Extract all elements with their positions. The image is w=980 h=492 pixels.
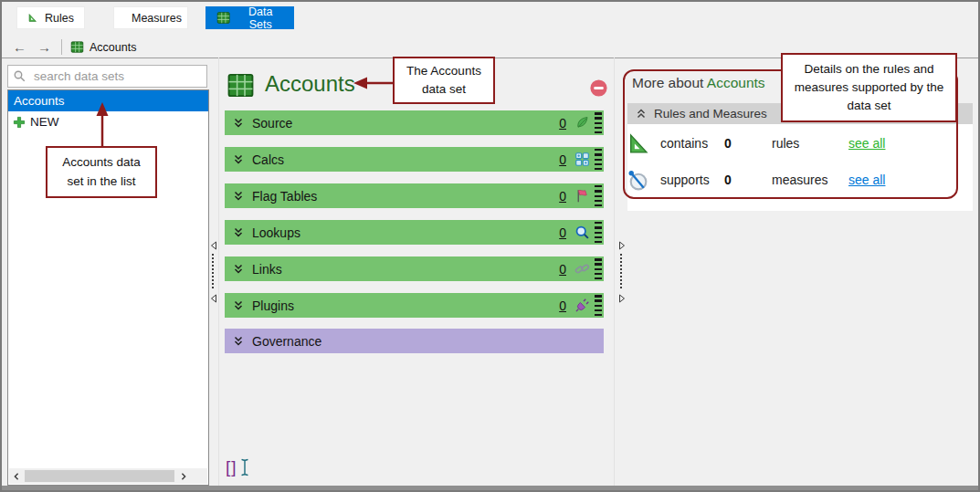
rules-summary-row: contains 0 rules see all [625,132,935,156]
tab-label: Rules [45,12,74,25]
search-icon [13,69,26,83]
lookups-count-link[interactable]: 0 [559,225,566,240]
remove-data-set-icon[interactable] [589,79,608,98]
chevron-double-down-icon [233,191,244,202]
window-bottom-edge [2,486,978,490]
calc-grid-icon [574,152,590,167]
scrollbar-thumb[interactable] [25,470,174,482]
rules-triangle-icon [27,10,37,26]
see-all-rules-link[interactable]: see all [848,136,885,151]
chevron-double-down-icon [233,300,244,311]
app-window: Rules Measures Data Sets ← → [0,0,980,492]
forward-button[interactable]: → [37,40,51,54]
splitter-handle[interactable] [620,254,622,288]
lookup-magnifier-icon [574,225,590,240]
rules-verb: contains [660,136,708,151]
drag-stripe [595,112,602,133]
flag-tables-count-link[interactable]: 0 [559,189,566,204]
section-label: Calcs [252,152,284,167]
splitter-handle[interactable] [212,254,214,288]
section-label: Governance [252,334,321,349]
tab-label: Measures [132,12,182,25]
splitter-collapse-right-icon[interactable] [617,241,627,250]
drag-stripe [595,149,602,170]
flag-icon [574,188,590,204]
brackets-glyph: [] [226,457,237,477]
back-button[interactable]: ← [13,40,26,54]
empty-selection-indicator: [] [226,457,250,477]
section-governance[interactable]: Governance [225,329,604,353]
details-panel-title: More about Accounts [632,75,765,91]
section-label: Source [252,116,292,131]
annotation-accounts-list: Accounts data set in the list [46,146,157,198]
section-flag-tables[interactable]: Flag Tables 0 [225,183,604,208]
splitter-collapse-right-icon[interactable] [617,294,627,303]
section-links[interactable]: Links 0 [225,256,604,281]
tab-rules[interactable]: Rules [16,6,85,29]
measures-summary-row: supports 0 measures see all [625,169,935,193]
details-title-name: Accounts [707,75,765,90]
section-label: Lookups [252,225,300,240]
section-plugins[interactable]: Plugins 0 [225,293,604,318]
plus-icon [12,115,26,130]
section-calcs[interactable]: Calcs 0 [225,147,604,172]
toolbar: Rules Measures Data Sets [2,2,978,37]
section-label: Flag Tables [252,189,317,204]
drag-stripe [595,258,602,279]
tab-measures[interactable]: Measures [113,6,188,29]
list-item-label: Accounts [14,94,65,108]
details-title-prefix: More about [632,75,707,90]
drag-stripe [595,295,602,316]
annotation-arrow-left-icon [353,75,395,91]
chevron-double-down-icon [233,264,244,275]
splitter-collapse-left-icon[interactable] [209,294,218,303]
search-box [7,65,207,88]
measures-count: 0 [724,173,732,187]
annotation-arrow-up-icon [92,102,112,148]
search-input[interactable] [32,68,206,84]
tab-label: Data Sets [237,5,283,31]
section-label: Plugins [252,298,294,313]
calcs-count-link[interactable]: 0 [559,152,566,167]
links-count-link[interactable]: 0 [559,262,566,277]
page-title: Accounts [265,71,355,97]
data-set-table-icon [70,40,84,54]
chevron-double-down-icon [233,336,244,347]
scroll-right-icon[interactable] [176,468,191,484]
scroll-left-icon[interactable] [9,468,24,484]
data-set-table-icon [227,71,255,99]
panel-divider [218,58,219,486]
drag-stripe [595,185,602,206]
plug-icon [574,298,590,313]
breadcrumb: Accounts [90,41,136,54]
source-count-link[interactable]: 0 [559,116,566,131]
chevron-double-up-icon [636,109,647,120]
text-cursor-icon [239,457,250,477]
measures-compass-icon [627,169,649,192]
rules-and-measures-label: Rules and Measures [654,107,767,120]
drag-stripe [595,222,602,243]
measures-noun: measures [772,173,827,187]
horizontal-scrollbar[interactable] [9,468,207,484]
annotation-accounts-dataset: The Accounts data set [393,57,495,104]
navbar-separator [61,39,62,55]
data-sets-table-icon [216,10,230,26]
see-all-measures-link[interactable]: see all [848,173,885,187]
section-label: Links [252,262,282,277]
plugins-count-link[interactable]: 0 [559,298,566,313]
annotation-details: Details on the rules and measures suppor… [781,53,957,122]
measures-verb: supports [660,173,710,187]
chevron-double-down-icon [233,227,244,238]
chevron-double-down-icon [233,118,244,129]
leaf-icon [574,115,590,131]
tab-data-sets[interactable]: Data Sets [205,6,294,29]
link-chain-icon [574,261,590,277]
section-source[interactable]: Source 0 [225,110,604,135]
rules-noun: rules [772,136,799,151]
panel-divider [614,58,615,486]
splitter-collapse-left-icon[interactable] [209,241,218,250]
section-lookups[interactable]: Lookups 0 [225,220,604,245]
list-item-label: NEW [30,115,59,129]
chevron-double-down-icon [233,154,244,165]
rules-triangle-icon [627,132,649,155]
